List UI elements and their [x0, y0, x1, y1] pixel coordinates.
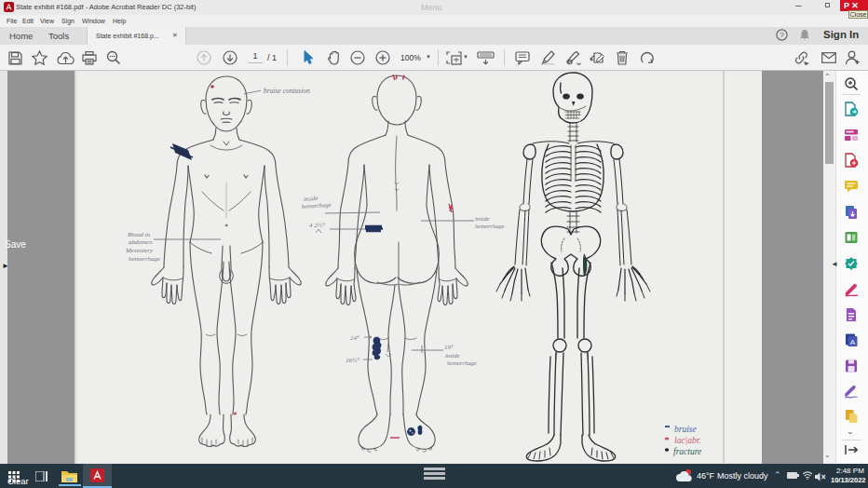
- svg-text:lac|abr.: lac|abr.: [674, 436, 701, 445]
- svg-text:hemorrhage: hemorrhage: [302, 201, 332, 210]
- svg-text:24°: 24°: [350, 334, 359, 342]
- svg-text:hemorrhage: hemorrhage: [475, 223, 505, 229]
- svg-text:19°: 19°: [444, 344, 454, 351]
- svg-text:Blood in: Blood in: [128, 231, 150, 238]
- svg-text:hemorrhage: hemorrhage: [129, 255, 160, 263]
- svg-text:A: A: [850, 338, 856, 346]
- svg-text:?: ?: [780, 31, 784, 39]
- svg-text:fracture: fracture: [673, 447, 701, 456]
- svg-text:bruise contusion: bruise contusion: [264, 87, 310, 95]
- svg-text:Mesentery: Mesentery: [125, 247, 154, 254]
- svg-text:inside: inside: [475, 215, 490, 222]
- svg-text:inside: inside: [445, 352, 460, 359]
- svg-text:16½°: 16½°: [346, 357, 359, 364]
- svg-text:bruise: bruise: [674, 425, 697, 434]
- svg-text:abdomen: abdomen: [129, 238, 153, 246]
- svg-text:4 2½°: 4 2½°: [309, 222, 325, 229]
- svg-text:inside: inside: [304, 195, 319, 202]
- svg-text:hemorrhage: hemorrhage: [447, 359, 477, 366]
